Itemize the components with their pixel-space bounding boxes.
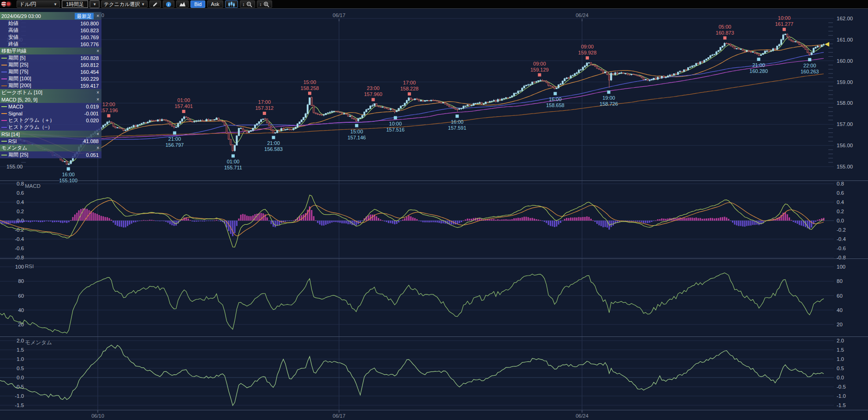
svg-text:01:00: 01:00 bbox=[227, 159, 240, 164]
svg-text:60: 60 bbox=[837, 293, 843, 299]
legend-row-label: 期間 [100] bbox=[8, 75, 80, 82]
zoom-in-button[interactable]: ↕ bbox=[257, 0, 272, 8]
legend-row: Signal-0.001 bbox=[0, 110, 101, 117]
zoom-out-button[interactable]: ↕ bbox=[240, 0, 255, 8]
svg-text:0.4: 0.4 bbox=[837, 199, 844, 205]
series-color-dash bbox=[1, 127, 7, 128]
svg-text:160.00: 160.00 bbox=[837, 58, 853, 64]
candle-chart-button[interactable] bbox=[225, 0, 238, 8]
candle-datetime: 2024/06/29 03:00 bbox=[1, 13, 73, 19]
currency-pair-label: ドル/円 bbox=[19, 1, 36, 8]
svg-text:158.228: 158.228 bbox=[400, 86, 419, 91]
legend-section-header: ピークボトム [10]× bbox=[0, 89, 101, 96]
info-icon: i bbox=[166, 1, 172, 7]
legend-row: 終値160.776 bbox=[0, 41, 101, 48]
svg-text:60: 60 bbox=[18, 293, 24, 299]
legend-row-value: 160.776 bbox=[80, 42, 99, 47]
close-icon[interactable]: × bbox=[95, 132, 100, 137]
legend-section-label: ピークボトム [10] bbox=[1, 89, 95, 96]
svg-text:156.00: 156.00 bbox=[837, 143, 853, 148]
svg-text:0.0: 0.0 bbox=[17, 375, 24, 380]
legend-row: 期間 [200]159.417 bbox=[0, 82, 101, 89]
currency-pair-select[interactable]: ドル/円 ▼ bbox=[17, 0, 60, 8]
legend-row: 始値160.800 bbox=[0, 20, 101, 27]
updown-arrow-icon: ↕ bbox=[243, 2, 245, 7]
chart-canvas[interactable]: 06/1006/1006/1706/1706/2406/24162.00162.… bbox=[0, 0, 868, 420]
legend-row: 期間 [5]160.828 bbox=[0, 54, 101, 61]
draw-tool-button[interactable] bbox=[149, 0, 161, 8]
series-color-dash bbox=[1, 141, 7, 142]
svg-text:01:00: 01:00 bbox=[178, 97, 190, 103]
svg-text:160.263: 160.263 bbox=[801, 69, 819, 74]
svg-text:0.2: 0.2 bbox=[17, 209, 24, 214]
svg-text:40: 40 bbox=[837, 307, 843, 313]
svg-text:1.0: 1.0 bbox=[17, 356, 24, 362]
svg-text:-0.4: -0.4 bbox=[15, 236, 24, 242]
svg-text:-1.0: -1.0 bbox=[837, 393, 846, 399]
svg-text:156.797: 156.797 bbox=[166, 142, 184, 148]
svg-text:158.658: 158.658 bbox=[546, 102, 565, 108]
svg-text:1.5: 1.5 bbox=[17, 347, 24, 353]
svg-text:16:00: 16:00 bbox=[62, 172, 75, 177]
technical-select-button[interactable]: テクニカル選択 ▼ bbox=[101, 0, 148, 8]
close-icon[interactable]: × bbox=[95, 90, 100, 95]
svg-text:157.960: 157.960 bbox=[364, 91, 382, 97]
svg-text:158.258: 158.258 bbox=[301, 85, 319, 91]
svg-text:0.0: 0.0 bbox=[837, 218, 844, 223]
area-chart-button[interactable] bbox=[176, 0, 189, 8]
indent bbox=[1, 44, 7, 45]
trading-app-window: ドル/円 ▼ 1時間足 ▼ テクニカル選択 ▼ i Bid Ask ↕ ↕ bbox=[0, 0, 868, 420]
chevron-down-icon: ▼ bbox=[141, 2, 145, 6]
legend-row-label: MACD bbox=[8, 104, 86, 109]
close-icon[interactable]: × bbox=[95, 145, 100, 150]
timeframe-dropdown-button[interactable]: ▼ bbox=[90, 0, 99, 8]
svg-text:06/17: 06/17 bbox=[333, 413, 345, 419]
close-icon[interactable]: × bbox=[95, 97, 100, 102]
chevron-down-icon: ▼ bbox=[54, 2, 57, 6]
bid-button[interactable]: Bid bbox=[190, 0, 205, 8]
svg-text:06/10: 06/10 bbox=[91, 413, 104, 419]
svg-text:157.401: 157.401 bbox=[174, 103, 193, 109]
legend-row-value: 41.088 bbox=[83, 138, 99, 144]
legend-row-value: -0.001 bbox=[84, 111, 99, 116]
svg-text:-0.2: -0.2 bbox=[837, 227, 846, 233]
svg-text:23:00: 23:00 bbox=[367, 85, 380, 91]
svg-text:100: 100 bbox=[837, 264, 845, 270]
magnifier-minus-icon bbox=[246, 1, 252, 7]
pencil-icon bbox=[152, 1, 158, 7]
svg-text:157.312: 157.312 bbox=[255, 105, 273, 111]
timeframe-display[interactable]: 1時間足 bbox=[62, 0, 88, 8]
info-button[interactable]: i bbox=[163, 0, 174, 8]
svg-text:15:00: 15:00 bbox=[351, 129, 363, 134]
close-icon[interactable]: × bbox=[95, 48, 100, 54]
svg-text:0.8: 0.8 bbox=[17, 181, 24, 186]
svg-text:20: 20 bbox=[837, 322, 843, 327]
svg-text:155.00: 155.00 bbox=[6, 164, 23, 169]
svg-text:06/17: 06/17 bbox=[333, 12, 345, 18]
svg-text:12:00: 12:00 bbox=[102, 102, 115, 107]
legend-row: RSI41.088 bbox=[0, 138, 101, 144]
legend-rows: 始値160.800高値160.823安値160.769終値160.776移動平均… bbox=[0, 20, 101, 158]
candlestick-icon bbox=[228, 1, 235, 7]
series-color-dash bbox=[1, 120, 7, 121]
legend-row-label: 期間 [5] bbox=[8, 54, 80, 61]
legend-row-label: 高値 bbox=[8, 27, 80, 34]
ask-button[interactable]: Ask bbox=[207, 0, 223, 8]
svg-text:2.0: 2.0 bbox=[17, 338, 24, 343]
legend-row-value: 160.812 bbox=[80, 62, 99, 68]
svg-text:-0.8: -0.8 bbox=[15, 255, 24, 260]
magnifier-plus-icon bbox=[263, 1, 269, 7]
svg-text:06/24: 06/24 bbox=[576, 413, 589, 419]
toolbar: ドル/円 ▼ 1時間足 ▼ テクニカル選択 ▼ i Bid Ask ↕ ↕ bbox=[0, 0, 868, 9]
svg-text:0.4: 0.4 bbox=[17, 199, 24, 205]
latest-candle-button[interactable]: 最新足 bbox=[75, 13, 94, 19]
legend-section-header: MACD [5, 20, 9]× bbox=[0, 96, 101, 103]
svg-text:0.6: 0.6 bbox=[837, 190, 844, 196]
svg-text:22:00: 22:00 bbox=[803, 63, 816, 68]
svg-text:16:00: 16:00 bbox=[451, 119, 464, 125]
svg-text:-1.5: -1.5 bbox=[15, 402, 24, 408]
legend-row: ヒストグラム（−） bbox=[0, 124, 101, 131]
legend-section-label: RSI [14] bbox=[1, 132, 95, 137]
legend-section-label: MACD [5, 20, 9] bbox=[1, 97, 95, 102]
close-icon[interactable]: × bbox=[95, 13, 100, 18]
